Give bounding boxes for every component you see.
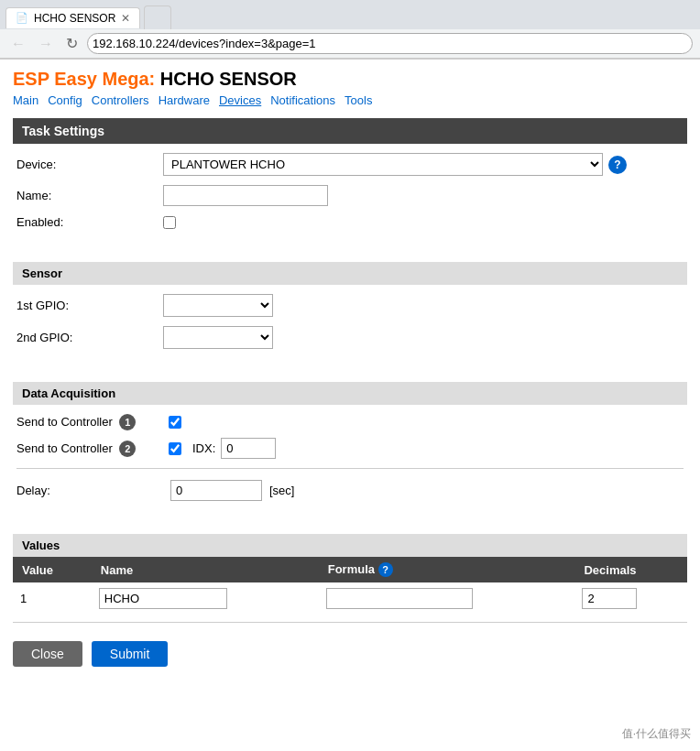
row-formula-input[interactable] xyxy=(326,588,473,609)
divider2 xyxy=(13,622,687,623)
enabled-checkbox[interactable] xyxy=(163,216,176,229)
device-select[interactable]: PLANTOWER HCHO xyxy=(163,153,603,176)
nav-tools[interactable]: Tools xyxy=(345,93,372,107)
gpio1-row: 1st GPIO: xyxy=(16,294,684,317)
nav-devices[interactable]: Devices xyxy=(219,93,261,107)
col-decimals: Decimals xyxy=(574,557,687,582)
app-title-esp: ESP Easy Mega: xyxy=(13,69,160,89)
forward-button[interactable]: → xyxy=(35,34,57,54)
name-input[interactable] xyxy=(163,185,328,206)
nav-hardware[interactable]: Hardware xyxy=(159,93,210,107)
delay-unit: [sec] xyxy=(269,484,294,497)
tab-close-icon[interactable]: ✕ xyxy=(121,12,130,25)
device-row: Device: PLANTOWER HCHO ? xyxy=(16,153,684,176)
gpio2-select[interactable] xyxy=(163,326,273,349)
close-button[interactable]: Close xyxy=(13,641,82,667)
data-acquisition-section: Send to Controller 1 Send to Controller … xyxy=(13,405,687,519)
nav-menu: Main Config Controllers Hardware Devices… xyxy=(13,93,687,107)
enabled-label: Enabled: xyxy=(16,215,163,229)
reload-button[interactable]: ↻ xyxy=(62,33,82,54)
row-formula-cell xyxy=(319,582,575,615)
tab-title: HCHO SENSOR xyxy=(34,12,115,25)
app-title: ESP Easy Mega: HCHO SENSOR xyxy=(13,69,687,90)
browser-chrome: 📄 HCHO SENSOR ✕ ← → ↻ xyxy=(0,0,700,60)
gpio1-select[interactable] xyxy=(163,294,273,317)
table-row: 1 xyxy=(13,582,687,615)
controller2-num: 2 xyxy=(119,441,136,457)
row-decimals-input[interactable] xyxy=(582,588,637,609)
device-control-area: PLANTOWER HCHO ? xyxy=(163,153,627,176)
values-header: Values xyxy=(13,534,687,557)
new-tab-area xyxy=(144,5,171,29)
nav-controllers[interactable]: Controllers xyxy=(92,93,149,107)
name-control-area xyxy=(163,185,328,206)
send-controller1-checkbox[interactable] xyxy=(169,416,181,429)
idx-label: IDX: xyxy=(192,441,215,455)
sensor-section: 1st GPIO: 2nd GPIO: xyxy=(13,285,687,367)
page-content: ESP Easy Mega: HCHO SENSOR Main Config C… xyxy=(0,60,700,694)
gpio2-control-area xyxy=(163,326,273,349)
row-decimals-cell xyxy=(574,582,687,615)
nav-main[interactable]: Main xyxy=(13,93,38,107)
nav-config[interactable]: Config xyxy=(48,93,82,107)
delay-row: Delay: [sec] xyxy=(16,480,684,501)
gpio2-label: 2nd GPIO: xyxy=(16,331,163,344)
task-settings-header: Task Settings xyxy=(13,118,687,144)
device-label: Device: xyxy=(16,158,163,171)
browser-tab[interactable]: 📄 HCHO SENSOR ✕ xyxy=(5,7,140,28)
idx-input[interactable] xyxy=(221,438,276,459)
send-controller2-row: Send to Controller 2 IDX: xyxy=(16,438,684,459)
data-acquisition-header: Data Acquisition xyxy=(13,382,687,405)
divider1 xyxy=(16,468,684,469)
col-name: Name xyxy=(92,557,319,582)
controller1-num: 1 xyxy=(119,414,136,430)
browser-nav: ← → ↻ xyxy=(0,29,700,59)
col-formula: Formula ? xyxy=(319,557,575,582)
values-table: Value Name Formula ? Decimals 1 xyxy=(13,557,687,615)
send-controller2-label: Send to Controller 2 xyxy=(16,441,163,457)
browser-tabs: 📄 HCHO SENSOR ✕ xyxy=(0,0,700,29)
button-row: Close Submit xyxy=(13,641,687,685)
enabled-row: Enabled: xyxy=(16,215,684,229)
nav-notifications[interactable]: Notifications xyxy=(270,93,335,107)
delay-input[interactable] xyxy=(170,480,262,501)
send-controller1-label: Send to Controller 1 xyxy=(16,414,163,430)
tab-favicon: 📄 xyxy=(16,12,28,25)
back-button[interactable]: ← xyxy=(7,34,29,54)
app-title-name: HCHO SENSOR xyxy=(160,69,297,89)
row-name-input[interactable] xyxy=(99,588,227,609)
device-help-icon[interactable]: ? xyxy=(608,156,627,174)
task-settings-section: Device: PLANTOWER HCHO ? Name: Enabled: xyxy=(13,144,687,247)
row-value: 1 xyxy=(13,582,92,615)
formula-help-icon[interactable]: ? xyxy=(378,562,393,577)
name-label: Name: xyxy=(16,189,163,202)
col-value: Value xyxy=(13,557,92,582)
gpio1-control-area xyxy=(163,294,273,317)
send-controller1-row: Send to Controller 1 xyxy=(16,414,684,430)
delay-label: Delay: xyxy=(16,484,163,497)
gpio2-row: 2nd GPIO: xyxy=(16,326,684,349)
enabled-control-area xyxy=(163,216,176,229)
submit-button[interactable]: Submit xyxy=(92,641,169,667)
row-name-cell xyxy=(92,582,319,615)
sensor-header: Sensor xyxy=(13,262,687,285)
gpio1-label: 1st GPIO: xyxy=(16,299,163,312)
send-controller2-checkbox[interactable] xyxy=(169,442,181,455)
address-bar[interactable] xyxy=(87,33,693,54)
name-row: Name: xyxy=(16,185,684,206)
